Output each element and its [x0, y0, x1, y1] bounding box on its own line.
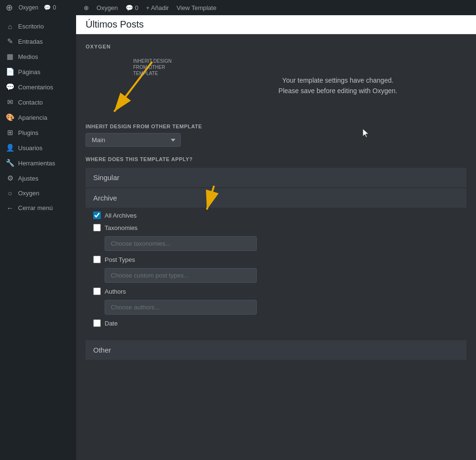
page-title: Últimos Posts [86, 19, 466, 30]
sidebar-item-cerrar-menu[interactable]: ← Cerrar menú [0, 201, 76, 215]
sidebar-label-oxygen: Oxygen [18, 190, 39, 197]
wp-logo-item[interactable]: ⊕ [6, 2, 13, 13]
media-icon: ▦ [6, 52, 14, 61]
sidebar-label-paginas: Páginas [18, 68, 40, 76]
sidebar-label-herramientas: Herramientas [18, 160, 55, 167]
archive-header[interactable]: Archive [86, 188, 466, 208]
notice-line1: Your template settings have changed. [282, 77, 394, 84]
archive-content: All Archives Taxonomies Post Types [86, 208, 466, 339]
sidebar-item-paginas[interactable]: 📄 Páginas [0, 64, 76, 79]
singular-section: Singular [86, 168, 466, 187]
sidebar-label-contacto: Contacto [18, 99, 43, 106]
all-archives-checkbox[interactable] [93, 211, 101, 219]
date-row: Date [93, 319, 459, 327]
sidebar-item-oxygen[interactable]: ○ Oxygen [0, 186, 76, 201]
singular-header[interactable]: Singular [86, 168, 466, 187]
other-header[interactable]: Other [86, 340, 466, 360]
sidebar-item-escritorio[interactable]: ⌂ Escritorio [0, 19, 76, 34]
inherit-section-label: INHERIT DESIGN FROM OTHER TEMPLATE [86, 124, 466, 129]
plugins-icon: ⊞ [6, 128, 14, 137]
home-icon: ⌂ [6, 22, 14, 30]
oxygen-panel: OXYGEN INHERIT DESIGN FROM OTHER TE [76, 34, 476, 460]
sidebar-label-usuarios: Usuarios [18, 144, 42, 152]
top-bar-view-template[interactable]: View Template [176, 4, 216, 11]
authors-row: Authors [93, 288, 459, 295]
sidebar-item-herramientas[interactable]: 🔧 Herramientas [0, 155, 76, 171]
inherit-label-text: INHERIT DESIGN FROM OTHER TEMPLATE [133, 58, 181, 77]
comments-icon: 💬 [6, 83, 14, 91]
sidebar-item-ajustes[interactable]: ⚙ Ajustes [0, 171, 76, 186]
wp-icon: ⊕ [6, 2, 13, 13]
post-types-label[interactable]: Post Types [105, 256, 135, 263]
wp-admin-icon[interactable]: ⊕ [84, 4, 89, 11]
arrow-annotation: INHERIT DESIGN FROM OTHER TEMPLATE [86, 57, 190, 114]
sidebar-item-plugins[interactable]: ⊞ Plugins [0, 125, 76, 140]
archive-section-wrapper: Archive All Archives Taxonomies [86, 188, 466, 339]
tools-icon: 🔧 [6, 159, 14, 167]
authors-input[interactable] [105, 300, 257, 315]
authors-label[interactable]: Authors [105, 288, 126, 295]
sidebar-label-ajustes: Ajustes [18, 175, 39, 182]
where-applies-label: WHERE DOES THIS TEMPLATE APPLY? [86, 156, 466, 162]
inherit-select[interactable]: Main Default None [86, 133, 181, 147]
sidebar-item-medios[interactable]: ▦ Medios [0, 49, 76, 64]
edit-icon: ✎ [6, 37, 14, 46]
sidebar-label-apariencia: Apariencia [18, 114, 47, 121]
sidebar-label-plugins: Plugins [18, 129, 39, 136]
sidebar: ⊕ Oxygen 💬 0 ⌂ Escritorio ✎ Entradas ▦ M… [0, 0, 76, 460]
date-checkbox[interactable] [93, 319, 101, 327]
bubble-icon: 💬 [126, 4, 133, 11]
contact-icon: ✉ [6, 98, 14, 106]
notice-area: Your template settings have changed. Ple… [209, 57, 466, 114]
oxygen-icon: ○ [6, 189, 14, 197]
notice-text: Your template settings have changed. Ple… [209, 75, 466, 96]
sidebar-label-cerrar: Cerrar menú [18, 204, 53, 211]
sidebar-label-escritorio: Escritorio [18, 23, 44, 30]
date-label[interactable]: Date [105, 320, 117, 327]
appearance-icon: 🎨 [6, 113, 14, 122]
top-bar-site[interactable]: Oxygen [97, 4, 118, 11]
close-menu-icon: ← [6, 204, 14, 212]
inherit-section: INHERIT DESIGN FROM OTHER TEMPLATE Main … [86, 124, 466, 147]
site-name-item[interactable]: Oxygen [19, 4, 38, 11]
settings-icon: ⚙ [6, 174, 14, 182]
pages-icon: 📄 [6, 67, 14, 76]
post-types-input[interactable] [105, 268, 257, 283]
admin-top-bar: ⊕ Oxygen 💬 0 + Añadir View Template [76, 0, 476, 15]
sidebar-item-usuarios[interactable]: 👤 Usuarios [0, 140, 76, 155]
users-icon: 👤 [6, 144, 14, 152]
archive-block: Archive All Archives Taxonomies [86, 188, 466, 339]
sidebar-item-entradas[interactable]: ✎ Entradas [0, 34, 76, 49]
other-section: Other [86, 340, 466, 360]
oxygen-panel-label: OXYGEN [86, 44, 466, 49]
all-archives-label[interactable]: All Archives [105, 212, 136, 219]
sidebar-menu: ⌂ Escritorio ✎ Entradas ▦ Medios 📄 Págin… [0, 15, 76, 215]
post-types-checkbox[interactable] [93, 256, 101, 263]
taxonomies-input[interactable] [105, 236, 257, 251]
sidebar-item-comentarios[interactable]: 💬 Comentarios [0, 79, 76, 95]
sidebar-label-comentarios: Comentarios [18, 84, 53, 91]
top-bar-add[interactable]: + Añadir [146, 4, 169, 11]
admin-top-bar: ⊕ Oxygen 💬 0 [0, 0, 76, 15]
sidebar-label-entradas: Entradas [18, 38, 43, 45]
sidebar-item-apariencia[interactable]: 🎨 Apariencia [0, 110, 76, 125]
authors-checkbox[interactable] [93, 288, 101, 295]
page-header: Últimos Posts [76, 15, 476, 34]
site-name-label: Oxygen [19, 4, 38, 11]
main-content: ⊕ Oxygen 💬 0 + Añadir View Template Últi… [76, 0, 476, 460]
taxonomies-label[interactable]: Taxonomies [105, 224, 137, 231]
post-types-row: Post Types [93, 256, 459, 263]
top-bar-comments[interactable]: 💬 0 [126, 4, 138, 11]
sidebar-item-contacto[interactable]: ✉ Contacto [0, 95, 76, 110]
comment-num: 0 [135, 4, 138, 11]
sidebar-label-medios: Medios [18, 53, 38, 60]
notice-line2: Please save before editing with Oxygen. [279, 87, 398, 95]
comment-count: 0 [53, 4, 56, 11]
all-archives-row: All Archives [93, 211, 459, 219]
taxonomies-checkbox[interactable] [93, 224, 101, 231]
taxonomies-row: Taxonomies [93, 224, 459, 231]
comment-icon: 💬 [44, 4, 51, 11]
top-section: INHERIT DESIGN FROM OTHER TEMPLATE Your … [86, 57, 466, 114]
comments-item[interactable]: 💬 0 [44, 4, 56, 11]
